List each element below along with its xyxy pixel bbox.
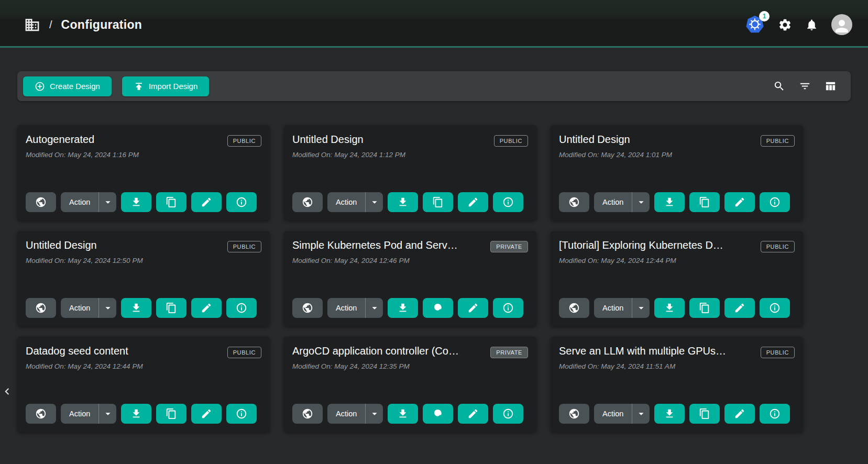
visibility-globe-button[interactable] — [559, 404, 589, 424]
download-button[interactable] — [121, 298, 151, 318]
action-button[interactable]: Action — [594, 192, 632, 212]
import-design-button[interactable]: Import Design — [122, 76, 209, 96]
design-card[interactable]: Autogenerated PUBLIC Modified On: May 24… — [17, 125, 270, 220]
clone-button[interactable] — [423, 404, 453, 424]
action-dropdown-button[interactable] — [99, 404, 116, 424]
action-dropdown-button[interactable] — [632, 192, 650, 212]
info-button[interactable] — [760, 298, 790, 318]
design-card[interactable]: Simple Kubernetes Pod and Serv… PRIVATE … — [284, 231, 536, 326]
table-view-icon[interactable] — [825, 80, 837, 92]
edit-button[interactable] — [724, 404, 755, 424]
visibility-globe-button[interactable] — [292, 404, 323, 424]
organization-building-icon[interactable] — [24, 17, 40, 33]
download-button[interactable] — [654, 404, 685, 424]
edit-button[interactable] — [458, 192, 488, 212]
action-button[interactable]: Action — [61, 192, 99, 212]
copy-icon — [166, 302, 177, 314]
clone-button[interactable] — [689, 404, 720, 424]
chevron-down-icon — [102, 408, 114, 419]
action-button[interactable]: Action — [61, 404, 99, 424]
info-icon — [502, 196, 514, 208]
visibility-globe-button[interactable] — [559, 192, 589, 212]
visibility-globe-button[interactable] — [292, 298, 323, 318]
info-button[interactable] — [760, 404, 790, 424]
design-card-header: Untitled Design PUBLIC — [559, 134, 795, 147]
download-button[interactable] — [121, 192, 151, 212]
action-button[interactable]: Action — [594, 298, 632, 318]
edit-button[interactable] — [458, 404, 488, 424]
action-dropdown-button[interactable] — [632, 298, 650, 318]
action-dropdown-button[interactable] — [99, 298, 116, 318]
app-root: / Configuration 1 Create Design Import D… — [0, 0, 868, 432]
visibility-globe-button[interactable] — [26, 192, 56, 212]
visibility-badge: PUBLIC — [761, 135, 795, 147]
info-icon — [769, 408, 781, 419]
action-button[interactable]: Action — [327, 404, 366, 424]
edit-icon — [734, 302, 745, 314]
visibility-globe-button[interactable] — [26, 404, 56, 424]
design-card[interactable]: [Tutorial] Exploring Kubernetes D… PUBLI… — [551, 231, 803, 326]
kubernetes-context-button[interactable]: 1 — [745, 15, 765, 35]
action-dropdown-button[interactable] — [366, 404, 383, 424]
design-card[interactable]: Untitled Design PUBLIC Modified On: May … — [17, 231, 270, 326]
import-design-label: Import Design — [149, 82, 197, 91]
edit-button[interactable] — [191, 192, 222, 212]
design-title: Datadog seed content — [26, 345, 128, 357]
edit-button[interactable] — [724, 192, 755, 212]
search-icon[interactable] — [773, 80, 785, 92]
edit-button[interactable] — [191, 404, 222, 424]
design-card[interactable]: Untitled Design PUBLIC Modified On: May … — [551, 125, 803, 220]
design-card[interactable]: Untitled Design PUBLIC Modified On: May … — [284, 125, 536, 220]
create-design-button[interactable]: Create Design — [23, 76, 112, 96]
action-button[interactable]: Action — [327, 298, 366, 318]
download-button[interactable] — [388, 404, 418, 424]
edit-button[interactable] — [191, 298, 222, 318]
download-button[interactable] — [654, 192, 685, 212]
globe-icon — [35, 196, 47, 208]
action-button[interactable]: Action — [594, 404, 632, 424]
edit-icon — [734, 408, 745, 419]
info-button[interactable] — [226, 298, 257, 318]
visibility-globe-button[interactable] — [292, 192, 323, 212]
filter-icon[interactable] — [799, 80, 811, 92]
info-button[interactable] — [226, 192, 257, 212]
edit-button[interactable] — [724, 298, 755, 318]
clone-button[interactable] — [423, 192, 453, 212]
download-button[interactable] — [654, 298, 685, 318]
action-dropdown-button[interactable] — [99, 192, 116, 212]
clone-button[interactable] — [156, 404, 186, 424]
info-button[interactable] — [493, 404, 523, 424]
clone-button[interactable] — [689, 192, 720, 212]
design-card[interactable]: Serve an LLM with multiple GPUs… PUBLIC … — [551, 337, 803, 432]
settings-gear-icon[interactable] — [778, 18, 792, 32]
visibility-globe-button[interactable] — [26, 298, 56, 318]
action-dropdown-button[interactable] — [632, 404, 650, 424]
modified-date: Modified On: May 24, 2024 12:44 PM — [26, 362, 261, 370]
download-button[interactable] — [121, 404, 151, 424]
download-button[interactable] — [388, 192, 418, 212]
info-icon — [769, 196, 781, 208]
visibility-globe-button[interactable] — [559, 298, 589, 318]
action-dropdown-button[interactable] — [366, 298, 383, 318]
info-button[interactable] — [226, 404, 257, 424]
modified-date: Modified On: May 24, 2024 12:35 PM — [292, 362, 528, 370]
design-card[interactable]: Datadog seed content PUBLIC Modified On:… — [17, 337, 270, 432]
edit-button[interactable] — [458, 298, 488, 318]
info-button[interactable] — [493, 192, 523, 212]
clone-button[interactable] — [423, 298, 453, 318]
info-button[interactable] — [493, 298, 523, 318]
user-avatar[interactable] — [831, 14, 852, 35]
clone-button[interactable] — [689, 298, 720, 318]
action-button-label: Action — [602, 198, 623, 206]
collapse-drawer-chevron-icon[interactable] — [1, 385, 14, 398]
clone-button[interactable] — [156, 298, 186, 318]
action-button[interactable]: Action — [327, 192, 366, 212]
clone-button[interactable] — [156, 192, 186, 212]
notifications-bell-icon[interactable] — [805, 18, 818, 31]
plus-circle-icon — [35, 81, 45, 92]
action-dropdown-button[interactable] — [366, 192, 383, 212]
action-button[interactable]: Action — [61, 298, 99, 318]
info-button[interactable] — [760, 192, 790, 212]
design-card[interactable]: ArgoCD application controller (Co… PRIVA… — [284, 337, 536, 432]
download-button[interactable] — [388, 298, 418, 318]
